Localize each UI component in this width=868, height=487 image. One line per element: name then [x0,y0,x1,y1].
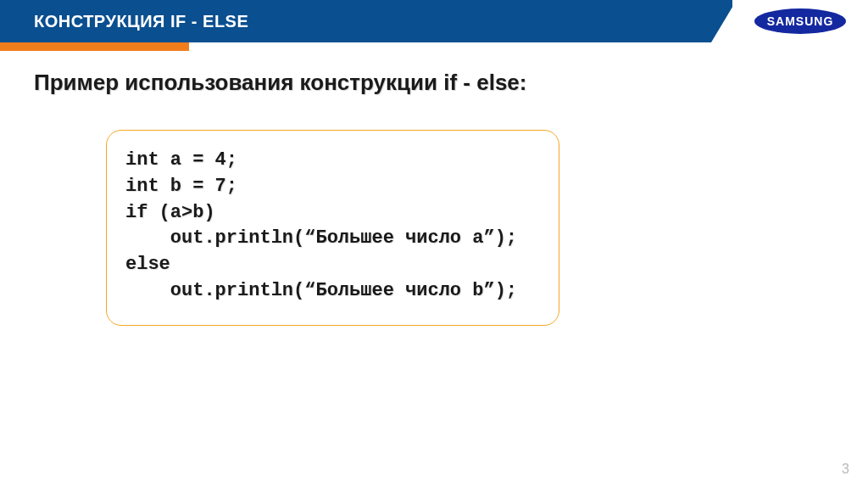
code-line: int a = 4; [125,148,540,174]
samsung-logo-icon: SAMSUNG [754,8,847,35]
code-line: out.println(“Большее число a”); [125,226,540,252]
content-subtitle: Пример использования конструкции if - el… [34,70,834,96]
code-example-box: int a = 4; int b = 7; if (a>b) out.print… [106,130,559,326]
code-line: out.println(“Большее число b”); [125,278,540,305]
brand-logo-wrap: SAMSUNG [732,0,868,42]
code-line: else [125,252,540,278]
slide-content: Пример использования конструкции if - el… [0,42,868,353]
page-number: 3 [842,462,849,477]
code-line: if (a>b) [125,200,540,227]
samsung-logo-text: SAMSUNG [767,14,834,28]
slide-header: КОНСТРУКЦИЯ IF - ELSE SAMSUNG [0,0,868,42]
code-line: int b = 7; [125,174,540,200]
accent-bar [0,42,189,51]
slide-title: КОНСТРУКЦИЯ IF - ELSE [0,12,248,31]
